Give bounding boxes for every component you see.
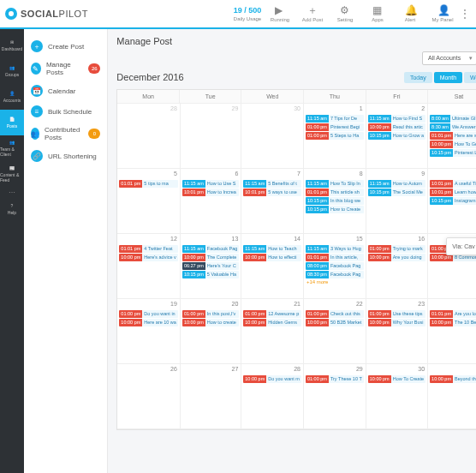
event[interactable]: 10:00 pmHere are 10 wa bbox=[119, 319, 178, 326]
event[interactable]: 01:00 pmTrying to mark bbox=[368, 245, 425, 253]
event[interactable]: 01:00 pmUse these tips bbox=[368, 310, 425, 318]
month-button[interactable]: Month bbox=[434, 72, 462, 83]
rail-content & feed[interactable]: 📰 Content & Feed bbox=[0, 161, 24, 187]
day-cell[interactable]: 28 10:00 pmDo you want m bbox=[241, 364, 304, 429]
event[interactable]: 01:00 pmPinterest Begi bbox=[306, 123, 364, 131]
day-cell[interactable]: 8 11:15 amHow To Slip In01:01 pmThis art… bbox=[304, 169, 366, 234]
side-manage posts[interactable]: ✎ Manage Posts 26 bbox=[24, 57, 107, 81]
day-cell[interactable]: 22 01:00 pmCheck out this10:00 pm50 B2B … bbox=[304, 299, 366, 364]
day-cell[interactable]: 12 01:01 pm4 Twitter Feat10:00 pmHere's … bbox=[117, 234, 181, 299]
event[interactable]: 11:15 amHow to Find S bbox=[368, 115, 425, 123]
event[interactable]: 01:00 pm12 Awesome p bbox=[243, 310, 301, 318]
event[interactable]: 10:15 pmHow to Grow a bbox=[368, 132, 425, 140]
account-select[interactable]: All Accounts bbox=[422, 51, 476, 65]
today-button[interactable]: Today bbox=[404, 72, 432, 83]
event[interactable]: 01:00 pmCheck out this bbox=[306, 310, 364, 318]
logo[interactable]: SOCIALPILOT bbox=[5, 8, 88, 20]
day-cell[interactable]: 6 11:15 amHow to Use S10:01 pmHow to Inc… bbox=[181, 169, 241, 234]
day-cell[interactable]: 30 10:00 pmHow To Create bbox=[366, 364, 428, 429]
day-cell[interactable]: 26 bbox=[117, 364, 181, 429]
event[interactable]: 01:01 pmAre you lookin bbox=[430, 310, 476, 318]
day-cell[interactable]: 9 11:15 amHow to Autom10:15 pmThe Social… bbox=[366, 169, 428, 234]
more-button[interactable]: ⋮ bbox=[459, 9, 471, 19]
event[interactable]: 06:27 pmHere's Your C bbox=[182, 262, 239, 270]
day-cell[interactable]: 5 01:01 pm5 tips to ma bbox=[117, 169, 181, 234]
day-cell[interactable]: 31 10:00 pmBeyond the Fa bbox=[428, 364, 476, 429]
event[interactable]: 08:00 pmFacebook Pag bbox=[306, 262, 364, 270]
event[interactable]: 11:15 amHow to Teach bbox=[243, 245, 301, 253]
event[interactable]: 10:00 pmHow To Get M bbox=[430, 141, 476, 148]
event[interactable]: 10:00 pm50 B2B Market bbox=[306, 319, 364, 326]
day-cell[interactable]: 28 bbox=[117, 104, 181, 169]
event[interactable]: 01:00 pm5 Steps to Ha bbox=[306, 132, 364, 140]
side-calendar[interactable]: 📅 Calendar bbox=[24, 81, 107, 101]
rail-dashboard[interactable]: ⊞ Dashboard bbox=[0, 33, 24, 58]
day-cell[interactable]: 23 01:00 pmUse these tips10:00 pmWhy You… bbox=[366, 299, 428, 364]
event[interactable]: 11:15 am7 Tips for De bbox=[306, 115, 364, 123]
event[interactable]: 11:15 amHow to Autom bbox=[368, 180, 425, 188]
day-cell[interactable]: 20 01:00 pmIn this post,I'v10:00 pmHow t… bbox=[181, 299, 241, 364]
side-create post[interactable]: ＋ Create Post bbox=[24, 36, 107, 57]
day-cell[interactable]: 19 01:00 pmDo you want in10:00 pmHere ar… bbox=[117, 299, 181, 364]
event[interactable]: 01:00 pmIn this post,I'v bbox=[182, 310, 239, 318]
event[interactable]: 01:01 pmHere are some bbox=[430, 132, 476, 140]
event[interactable]: 01:01 pm5 tips to ma bbox=[119, 180, 178, 188]
event[interactable]: 10:00 pmHow To Create bbox=[368, 375, 425, 383]
day-cell[interactable]: 29 bbox=[181, 104, 241, 169]
event[interactable]: 10:00 pmAre you doing bbox=[368, 254, 425, 261]
day-cell[interactable]: 7 11:15 am5 Benefits of t10:01 pm5 ways … bbox=[241, 169, 304, 234]
day-cell[interactable]: 1 11:15 am7 Tips for De01:00 pmPinterest… bbox=[304, 104, 366, 169]
event[interactable]: 10:01 pmHow to Increa bbox=[182, 189, 239, 196]
event[interactable]: 10:15 pm5 Valuable Ha bbox=[182, 271, 239, 278]
day-cell[interactable]: 29 01:00 pmTry These 10 T bbox=[304, 364, 366, 429]
event[interactable]: 10:00 pmBeyond the Fa bbox=[430, 375, 476, 383]
event[interactable]: 10:00 pmHow to create bbox=[182, 319, 239, 326]
event[interactable]: 01:00 pmDo you want in bbox=[119, 310, 178, 318]
side-contributed posts[interactable]: 👥 Contributed Posts 0 bbox=[24, 122, 107, 146]
event[interactable]: 8:30 amWe Answer We bbox=[430, 123, 476, 131]
side-url shortening[interactable]: 🔗 URL Shortening bbox=[24, 146, 107, 166]
event[interactable]: 01:01 pm4 Twitter Feat bbox=[119, 245, 178, 253]
day-cell[interactable]: 13 11:15 amFacebook Pag10:00 pmThe Compl… bbox=[181, 234, 241, 299]
day-cell[interactable]: 24 01:01 pmAre you lookin10:00 pmThe 10 … bbox=[428, 299, 476, 364]
event[interactable]: 10:00 pmDo you want m bbox=[243, 375, 301, 383]
rail-help[interactable]: ? Help bbox=[0, 196, 24, 222]
event[interactable]: 10:00 pmHere's advice v bbox=[119, 254, 178, 261]
rail-groups[interactable]: 👥 Groups bbox=[0, 58, 24, 84]
event[interactable]: 01:01 pmIn this article, bbox=[306, 254, 364, 261]
my-panel-button[interactable]: 👤My Panel bbox=[426, 5, 459, 22]
day-cell[interactable]: 14 11:15 amHow to Teach10:00 pmHow to ef… bbox=[241, 234, 304, 299]
event[interactable]: 10:15 pmThe Social Me bbox=[368, 189, 425, 196]
rail-posts[interactable]: 📄 Posts bbox=[0, 110, 24, 135]
apps-button[interactable]: ▦Apps bbox=[361, 5, 394, 22]
event[interactable]: 10:00 pmRead this artic bbox=[368, 123, 425, 131]
event[interactable]: 08:30 pmFacebook Pag bbox=[306, 271, 364, 278]
day-cell[interactable]: 15 11:15 am3 Ways to Hug01:01 pmIn this … bbox=[304, 234, 366, 299]
event[interactable]: 10:00 pmThe Complete bbox=[182, 254, 239, 261]
event[interactable]: 10:15 pmIn this blog we bbox=[306, 197, 364, 205]
setting-button[interactable]: ⚙Setting bbox=[329, 5, 361, 22]
side-bulk schedule[interactable]: ≡ Bulk Schedule bbox=[24, 101, 107, 122]
day-cell[interactable]: 2 11:15 amHow to Find S10:00 pmRead this… bbox=[366, 104, 428, 169]
alert-button[interactable]: 🔔Alert bbox=[394, 5, 426, 22]
event[interactable]: 11:15 amFacebook Pag bbox=[182, 245, 239, 253]
event[interactable]: 10:01 pmLearn how to s bbox=[430, 189, 476, 196]
event[interactable]: 10:15 pmHow to Create bbox=[306, 206, 364, 213]
event[interactable]: 10:01 pm5 ways to use bbox=[243, 189, 301, 196]
day-cell[interactable]: 16 01:00 pmTrying to mark10:00 pmAre you… bbox=[366, 234, 428, 299]
day-cell[interactable]: 27 bbox=[181, 364, 241, 429]
day-cell[interactable]: 21 01:00 pm12 Awesome p10:00 pmHidden Ge… bbox=[241, 299, 304, 364]
event[interactable]: 11:15 amHow To Slip In bbox=[306, 180, 364, 188]
event[interactable]: 01:01 pmThis article sh bbox=[306, 189, 364, 196]
event[interactable]: 10:15 pmPinterest Laun bbox=[430, 149, 476, 157]
event[interactable]: 10:00 pmHidden Gems bbox=[243, 319, 301, 326]
day-cell[interactable]: 3 8:00 amUltimate GIF g8:30 amWe Answer … bbox=[428, 104, 476, 169]
week-button[interactable]: Week bbox=[464, 72, 476, 83]
event[interactable]: 01:00 pmTry These 10 T bbox=[306, 375, 364, 383]
rail-accounts[interactable]: 👤 Accounts bbox=[0, 84, 24, 110]
running-button[interactable]: ▶Running bbox=[264, 5, 296, 22]
event[interactable]: 11:15 am5 Benefits of t bbox=[243, 180, 301, 188]
more-events[interactable]: +14 more bbox=[305, 278, 365, 285]
event[interactable]: 10:00 pmThe 10 Best Fr bbox=[430, 319, 476, 326]
event[interactable]: 8:00 amUltimate GIF g bbox=[430, 115, 476, 123]
